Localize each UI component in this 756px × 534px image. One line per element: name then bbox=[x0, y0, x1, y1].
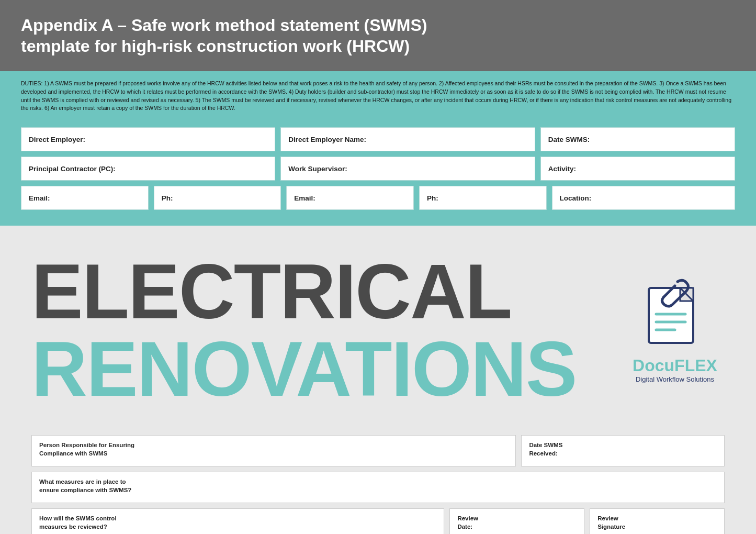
review-date-cell: ReviewDate: bbox=[449, 508, 584, 534]
email2-cell: Email: bbox=[286, 186, 414, 210]
brand-text-block: ELECTRICAL RENOVATIONS bbox=[31, 253, 610, 408]
review-signature-label: ReviewSignature bbox=[597, 514, 717, 531]
direct-employer-cell: Direct Employer: bbox=[21, 127, 275, 151]
electrical-text: ELECTRICAL bbox=[31, 253, 610, 330]
renovations-text: RENOVATIONS bbox=[31, 330, 610, 408]
activity-cell: Activity: bbox=[540, 157, 735, 181]
activity-label: Activity: bbox=[548, 165, 576, 173]
email1-cell: Email: bbox=[21, 186, 149, 210]
location-label: Location: bbox=[560, 194, 592, 202]
ph1-label: Ph: bbox=[162, 194, 173, 202]
measures-label: What measures are in place toensure comp… bbox=[39, 477, 717, 494]
review-date-label: ReviewDate: bbox=[457, 514, 577, 531]
how-swms-label: How will the SWMS controlmeasures be rev… bbox=[39, 514, 436, 531]
ph2-label: Ph: bbox=[427, 194, 438, 202]
email2-label: Email: bbox=[294, 194, 315, 202]
direct-employer-name-cell: Direct Employer Name: bbox=[280, 127, 535, 151]
how-swms-cell: How will the SWMS controlmeasures be rev… bbox=[31, 508, 444, 534]
form-row-2: Principal Contractor (PC): Work Supervis… bbox=[21, 157, 735, 181]
location-cell: Location: bbox=[552, 186, 735, 210]
email1-label: Email: bbox=[29, 194, 50, 202]
docuflex-block: DocuFLEX Digital Workflow Solutions bbox=[610, 277, 725, 383]
form-row-3: Email: Ph: Email: Ph: Location: bbox=[21, 186, 735, 210]
duties-section: DUTIES: 1) A SWMS must be prepared if pr… bbox=[0, 71, 756, 121]
measures-cell: What measures are in place toensure comp… bbox=[31, 472, 725, 503]
principal-contractor-cell: Principal Contractor (PC): bbox=[21, 157, 275, 181]
date-swms-label: Date SWMS: bbox=[548, 136, 590, 143]
docuflex-subtitle: Digital Workflow Solutions bbox=[636, 375, 714, 383]
docuflex-icon bbox=[644, 277, 706, 351]
form-row-1: Direct Employer: Direct Employer Name: D… bbox=[21, 127, 735, 151]
work-supervisor-cell: Work Supervisor: bbox=[280, 157, 535, 181]
work-supervisor-label: Work Supervisor: bbox=[288, 165, 347, 173]
duties-text: DUTIES: 1) A SWMS must be prepared if pr… bbox=[21, 80, 735, 113]
date-swms-received-cell: Date SWMSReceived: bbox=[521, 435, 725, 466]
logo-section: ELECTRICAL RENOVATIONS DocuFLEX Digital … bbox=[0, 226, 756, 435]
docuflex-name: DocuFLEX bbox=[633, 356, 717, 375]
page-header: Appendix A – Safe work method statement … bbox=[0, 0, 756, 71]
bottom-section: Person Responsible for EnsuringComplianc… bbox=[0, 435, 756, 534]
direct-employer-label: Direct Employer: bbox=[29, 136, 85, 143]
bottom-row-3: How will the SWMS controlmeasures be rev… bbox=[31, 508, 725, 534]
ph2-cell: Ph: bbox=[419, 186, 547, 210]
person-responsible-cell: Person Responsible for EnsuringComplianc… bbox=[31, 435, 516, 466]
direct-employer-name-label: Direct Employer Name: bbox=[288, 136, 366, 143]
principal-contractor-label: Principal Contractor (PC): bbox=[29, 165, 116, 173]
page-title: Appendix A – Safe work method statement … bbox=[21, 15, 735, 57]
bottom-row-1: Person Responsible for EnsuringComplianc… bbox=[31, 435, 725, 466]
review-signature-cell: ReviewSignature bbox=[590, 508, 725, 534]
person-responsible-label: Person Responsible for EnsuringComplianc… bbox=[39, 441, 508, 458]
date-swms-received-label: Date SWMSReceived: bbox=[529, 441, 717, 458]
ph1-cell: Ph: bbox=[154, 186, 281, 210]
form-section: Direct Employer: Direct Employer Name: D… bbox=[0, 121, 756, 226]
date-swms-cell: Date SWMS: bbox=[540, 127, 735, 151]
